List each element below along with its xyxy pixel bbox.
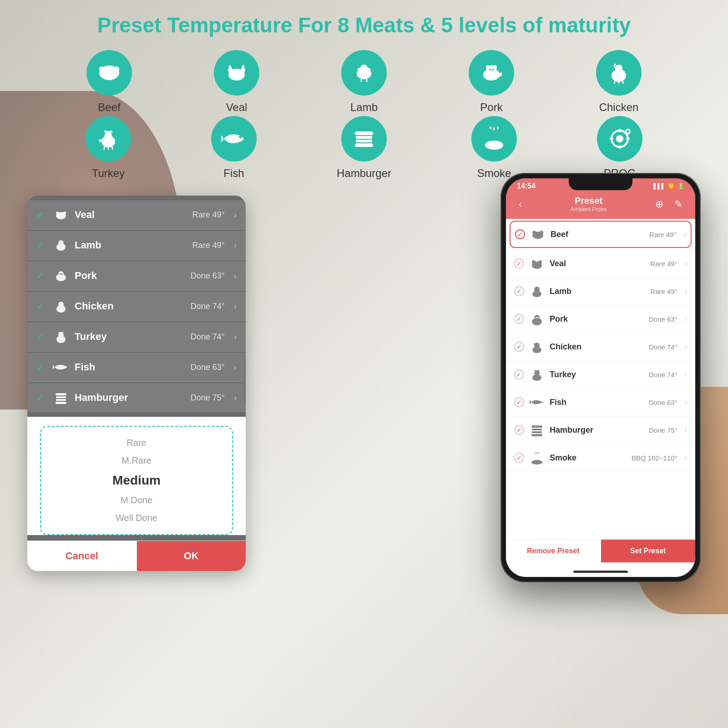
svg-rect-23 <box>355 131 373 135</box>
beef-preset-arrow: › <box>684 230 686 238</box>
svg-point-60 <box>534 287 540 292</box>
pork-preset-name: Pork <box>550 314 643 324</box>
check-pork: ✓ <box>36 270 47 281</box>
dialog-fish-temp: Done 63° <box>191 363 225 372</box>
dialog-turkey-temp: Done 74° <box>191 332 225 342</box>
dialog-row-lamb[interactable]: ✓ Lamb Rare 49° › <box>27 231 246 260</box>
hamburger-preset-name: Hamburger <box>550 425 643 435</box>
meat-icon-fish[interactable]: Fish <box>211 116 257 180</box>
dialog-hamburger-temp: Done 75° <box>191 393 225 403</box>
preset-item-veal[interactable]: ✓ Veal Rare 49° › <box>506 250 695 278</box>
svg-point-48 <box>58 332 64 338</box>
cancel-button[interactable]: Cancel <box>27 541 137 571</box>
dialog-veal-temp: Rare 49° <box>192 210 225 220</box>
check-lamb: ✓ <box>36 240 47 251</box>
veal-preset-name: Veal <box>550 259 645 268</box>
preset-item-hamburger[interactable]: ✓ Hamburger Done 75° › <box>506 416 695 444</box>
remove-preset-button[interactable]: Remove Preset <box>506 540 601 562</box>
app-header-center: Preset Ambient Probe <box>571 196 607 212</box>
dialog-fish-name: Fish <box>75 361 185 373</box>
smoke-preset-name: Smoke <box>550 453 626 463</box>
turkey-label: Turkey <box>92 167 125 180</box>
veal-label: Veal <box>226 101 248 114</box>
dialog-button-group: Cancel OK <box>27 541 246 571</box>
svg-point-57 <box>532 260 536 264</box>
preset-item-lamb[interactable]: ✓ Lamb Rare 49° › <box>506 278 695 305</box>
maturity-picker[interactable]: Rare M.Rare Medium M.Done Well Done <box>40 426 233 535</box>
pork-icon <box>478 59 505 86</box>
veal-check: ✓ <box>514 258 524 268</box>
meat-icon-smoke[interactable]: Smoke <box>471 116 517 180</box>
meat-icon-hamburger[interactable]: Hamburger <box>337 116 391 180</box>
hamburger-preset-temp: Done 75° <box>649 426 677 434</box>
dialog-turkey-name: Turkey <box>75 331 185 343</box>
dialog-pork-temp: Done 63° <box>191 271 225 281</box>
chicken-preset-icon <box>530 339 544 354</box>
check-hamburger: ✓ <box>36 392 47 403</box>
header-actions: ⊕ ✎ <box>652 197 686 212</box>
meat-icons-row1: Beef Veal Lamb <box>46 50 682 114</box>
maturity-mrare[interactable]: M.Rare <box>41 452 232 470</box>
maturity-welldone[interactable]: Well Done <box>41 509 232 527</box>
preset-item-turkey[interactable]: ✓ Turkey Done 74° › <box>506 361 695 389</box>
preset-item-fish[interactable]: ✓ Fish Done 63° › <box>506 389 695 416</box>
preset-item-beef[interactable]: ✓ Beef Rare 49° › <box>510 221 692 248</box>
svg-point-55 <box>540 231 543 234</box>
svg-point-1 <box>99 66 105 72</box>
status-icons: ▌▌▌ 🛜 🔋 <box>653 183 684 189</box>
meat-icon-turkey[interactable]: Turkey <box>86 116 131 180</box>
meat-icon-veal[interactable]: Veal <box>214 50 259 114</box>
hamburger-preset-arrow: › <box>685 426 687 434</box>
maturity-rare[interactable]: Rare <box>41 434 232 452</box>
meat-icon-beef[interactable]: Beef <box>86 50 132 114</box>
add-button[interactable]: ⊕ <box>652 197 667 212</box>
fish-label: Fish <box>223 167 244 180</box>
preset-item-pork[interactable]: ✓ Pork Done 63° › <box>506 305 695 333</box>
svg-point-58 <box>538 260 542 264</box>
svg-rect-30 <box>619 129 621 132</box>
status-time: 14:54 <box>517 182 536 190</box>
hamburger-circle <box>341 116 387 162</box>
turkey-preset-name: Turkey <box>550 370 643 379</box>
dialog-row-veal[interactable]: ✓ Veal Rare 49° › <box>27 200 246 230</box>
dialog-lamb-arrow: › <box>234 241 237 250</box>
svg-rect-70 <box>532 429 542 430</box>
dialog-lamb-name: Lamb <box>75 239 187 251</box>
dialog-row-turkey[interactable]: ✓ Turkey Done 74° › <box>27 322 246 352</box>
ok-button[interactable]: OK <box>137 541 246 571</box>
set-preset-button[interactable]: Set Preset <box>601 540 696 562</box>
dialog-row-pork[interactable]: ✓ Pork Done 63° › <box>27 261 246 291</box>
back-button[interactable]: ‹ <box>515 197 526 212</box>
meat-icon-prog[interactable]: PROG <box>597 116 642 180</box>
phone-bottom-buttons: Remove Preset Set Preset <box>506 539 695 566</box>
dialog-row-chicken[interactable]: ✓ Chicken Done 74° › <box>27 292 246 321</box>
preset-item-smoke[interactable]: ✓ Smoke BBQ 102~110° › <box>506 444 695 472</box>
maturity-mdone[interactable]: M.Done <box>41 491 232 509</box>
smoke-icon <box>480 125 508 152</box>
dialog-row-hamburger[interactable]: ✓ Hamburger Done 75° › <box>27 383 246 412</box>
pork-check: ✓ <box>514 314 524 324</box>
svg-rect-71 <box>532 431 542 433</box>
beef-circle <box>86 50 132 96</box>
beef-icon <box>96 59 123 86</box>
edit-button[interactable]: ✎ <box>671 197 686 212</box>
home-indicator <box>506 566 695 577</box>
beef-check: ✓ <box>515 229 525 239</box>
turkey-preset-temp: Done 74° <box>649 371 677 379</box>
svg-point-22 <box>239 136 242 138</box>
dialog-pork-name: Pork <box>75 270 185 282</box>
smoke-preset-icon <box>530 450 544 465</box>
maturity-medium[interactable]: Medium <box>41 470 232 491</box>
meat-icon-lamb[interactable]: Lamb <box>341 50 387 114</box>
lamb-preset-name: Lamb <box>550 287 645 296</box>
svg-rect-25 <box>356 140 372 142</box>
preset-item-chicken[interactable]: ✓ Chicken Done 74° › <box>506 333 695 361</box>
beef-preset-temp: Rare 49° <box>649 231 676 238</box>
dialog-row-fish[interactable]: ✓ Fish Done 63° › <box>27 353 246 382</box>
chicken-preset-temp: Done 74° <box>649 343 677 351</box>
dialog-turkey-arrow: › <box>234 332 237 342</box>
svg-point-43 <box>60 273 61 275</box>
meat-icon-pork[interactable]: Pork <box>469 50 514 114</box>
meat-icon-chicken[interactable]: Chicken <box>596 50 642 114</box>
svg-point-68 <box>534 370 540 376</box>
